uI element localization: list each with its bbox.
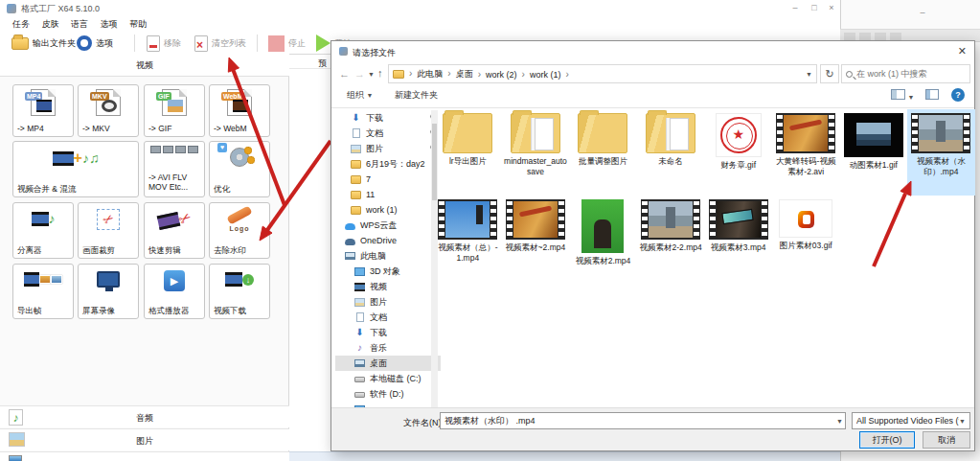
nav-item-music[interactable]: ♪音乐 bbox=[335, 340, 441, 356]
search-box[interactable] bbox=[841, 64, 970, 83]
file-item[interactable]: 视频素材2-2.mp4 bbox=[637, 196, 705, 282]
dialog-close-icon[interactable]: ✕ bbox=[958, 45, 967, 58]
export-frames-button[interactable]: 导出帧 bbox=[12, 264, 74, 319]
open-button[interactable]: 打开(O) bbox=[859, 431, 915, 449]
convert-mkv-button[interactable]: MKV -> MKV bbox=[78, 84, 139, 137]
convert-avi-flv-mov-button[interactable]: -> AVI FLV MOV Etc... bbox=[144, 141, 205, 197]
file-item[interactable]: mindmaster_autosave bbox=[502, 109, 570, 196]
breadcrumb-work2[interactable]: work (2) bbox=[473, 69, 517, 80]
convert-webm-button[interactable]: WebM -> WebM bbox=[209, 84, 270, 137]
crop-label: 画面裁剪 bbox=[82, 246, 136, 256]
nav-item-pictures[interactable]: 图片 bbox=[335, 141, 441, 156]
menu-skin[interactable]: 皮肤 bbox=[42, 18, 59, 31]
address-caret-icon[interactable]: ▼ bbox=[806, 71, 812, 78]
nav-item-onedrive[interactable]: OneDrive bbox=[335, 233, 441, 248]
nav-item-disk-d[interactable]: 软件 (D:) bbox=[335, 386, 441, 402]
remove-button[interactable]: 移除 bbox=[147, 33, 181, 54]
menu-task[interactable]: 任务 bbox=[12, 18, 30, 31]
preview-pane-icon[interactable] bbox=[925, 89, 939, 100]
refresh-button[interactable]: ↻ bbox=[820, 64, 839, 83]
video-merge-mux-button[interactable]: +♪♫ 视频合并 & 混流 bbox=[12, 141, 139, 197]
file-item[interactable]: 视频素材3.mp4 bbox=[704, 196, 772, 282]
filename-input[interactable] bbox=[440, 412, 846, 429]
picture-section-row[interactable]: 图片 bbox=[0, 428, 289, 450]
quick-clip-button[interactable]: ✂ 快速剪辑 bbox=[144, 202, 205, 259]
file-type-value: All Supported Video Files (*. bbox=[856, 416, 959, 426]
breadcrumb-desktop[interactable]: 桌面 bbox=[443, 68, 472, 81]
nav-item-videos[interactable]: 视频 bbox=[335, 279, 441, 294]
nav-item-folder-day2[interactable]: 6月19号：day2 bbox=[335, 156, 441, 172]
view-mode-button[interactable]: ▼ bbox=[891, 89, 914, 102]
new-folder-button[interactable]: 新建文件夹 bbox=[395, 89, 438, 102]
nav-item-pictures2[interactable]: 图片 bbox=[335, 294, 441, 310]
filename-caret-icon[interactable]: ▼ bbox=[836, 418, 843, 425]
nav-item-downloads[interactable]: ⬇下载 bbox=[335, 110, 441, 126]
nav-item-local-disk-c[interactable]: 本地磁盘 (C:) bbox=[335, 371, 441, 386]
breadcrumb-trailing-chevron bbox=[560, 69, 573, 80]
optimize-label: 优化 bbox=[214, 185, 267, 195]
file-item[interactable]: 视频素材2.mp4 bbox=[569, 196, 637, 282]
help-icon[interactable]: ? bbox=[951, 88, 965, 102]
maximize-icon[interactable]: □ bbox=[809, 3, 820, 12]
nav-item-this-pc[interactable]: 此电脑 bbox=[335, 248, 441, 264]
audio-section-row[interactable]: ♪ 音频 bbox=[0, 405, 289, 427]
close-icon[interactable]: × bbox=[826, 3, 837, 12]
seal-image-thumbnail: ★ bbox=[716, 113, 762, 157]
dialog-app-icon bbox=[339, 47, 348, 56]
file-item[interactable]: 图片素材03.gif bbox=[772, 196, 840, 282]
file-item[interactable]: 动图素材1.gif bbox=[840, 109, 908, 196]
menu-options[interactable]: 选项 bbox=[101, 18, 118, 31]
stop-button[interactable]: 停止 bbox=[268, 33, 306, 54]
file-item[interactable]: lr导出图片 bbox=[434, 109, 502, 196]
remove-watermark-button[interactable]: Logo 去除水印 bbox=[209, 202, 270, 259]
nav-item-documents2[interactable]: 文档 bbox=[335, 310, 441, 325]
search-input[interactable] bbox=[856, 69, 957, 79]
clear-list-icon: × bbox=[194, 35, 208, 52]
up-icon[interactable]: ↑ bbox=[377, 67, 383, 79]
partial-section-row[interactable] bbox=[0, 451, 289, 461]
file-type-select[interactable]: All Supported Video Files (*. ▼ bbox=[852, 412, 970, 429]
file-item[interactable]: 批量调整图片 bbox=[569, 109, 637, 196]
optimize-button[interactable]: ♥ 优化 bbox=[209, 141, 270, 197]
folder-icon bbox=[351, 191, 361, 199]
file-item[interactable]: 视频素材~2.mp4 bbox=[502, 196, 570, 282]
breadcrumb-this-pc[interactable]: 此电脑 bbox=[404, 68, 443, 81]
output-folder-button[interactable]: 输出文件夹 bbox=[11, 33, 76, 54]
menu-help[interactable]: 帮助 bbox=[129, 18, 147, 31]
video-panel-header[interactable]: 视频 bbox=[0, 54, 289, 77]
format-player-button[interactable]: ▶ 格式播放器 bbox=[144, 264, 205, 319]
nav-item-folder-work1[interactable]: work (1) bbox=[335, 202, 441, 218]
nav-item-3d-objects[interactable]: 3D 对象 bbox=[335, 264, 441, 279]
minimize-icon[interactable]: – bbox=[789, 3, 801, 12]
organize-button[interactable]: 组织 ▼ bbox=[347, 89, 373, 102]
menu-language[interactable]: 语言 bbox=[71, 18, 88, 31]
convert-mp4-button[interactable]: MP4 -> MP4 bbox=[12, 84, 74, 137]
nav-item-folder-11[interactable]: 11 bbox=[335, 187, 441, 202]
nav-item-documents[interactable]: 文档 bbox=[335, 126, 441, 141]
nav-item-downloads2[interactable]: ⬇下载 bbox=[335, 325, 441, 340]
clear-list-button[interactable]: × 清空列表 bbox=[194, 33, 246, 54]
back-icon[interactable]: ← bbox=[339, 68, 350, 80]
address-bar[interactable]: 此电脑 桌面 work (2) work (1) ▼ bbox=[388, 64, 817, 83]
nav-item-folder-7[interactable]: 7 bbox=[335, 172, 441, 187]
convert-gif-button[interactable]: GIF -> GIF bbox=[144, 84, 205, 137]
screen-record-button[interactable]: 屏幕录像 bbox=[78, 264, 139, 319]
crop-button[interactable]: ✂ 画面裁剪 bbox=[78, 202, 139, 259]
file-item[interactable]: 未命名 bbox=[637, 109, 705, 196]
file-item-selected[interactable]: 视频素材（水印）.mp4 bbox=[907, 109, 975, 196]
options-button[interactable]: 选项 bbox=[77, 33, 113, 54]
cancel-button[interactable]: 取消 bbox=[923, 431, 970, 449]
file-item[interactable]: 视频素材（总）-1.mp4 bbox=[434, 196, 502, 282]
breadcrumb-work1[interactable]: work (1) bbox=[517, 69, 561, 80]
splitter-button[interactable]: ♪ 分离器 bbox=[12, 202, 74, 259]
video-download-button[interactable]: ↓ 视频下载 bbox=[209, 264, 270, 319]
nav-item-wps-cloud[interactable]: WPS云盘 bbox=[335, 218, 441, 233]
forward-icon[interactable]: → bbox=[354, 68, 365, 80]
gif-thumbnail bbox=[844, 113, 903, 157]
history-caret-icon[interactable]: ▼ bbox=[368, 71, 375, 78]
file-item[interactable]: ★ 财务章.gif bbox=[704, 109, 772, 196]
file-item[interactable]: 大黄蜂转码-视频素材-2.avi bbox=[772, 109, 840, 196]
task-list-header-label: 预 bbox=[318, 58, 327, 70]
nav-item-desktop[interactable]: 桌面 bbox=[335, 356, 441, 371]
background-minimize-icon[interactable]: – bbox=[917, 8, 928, 17]
